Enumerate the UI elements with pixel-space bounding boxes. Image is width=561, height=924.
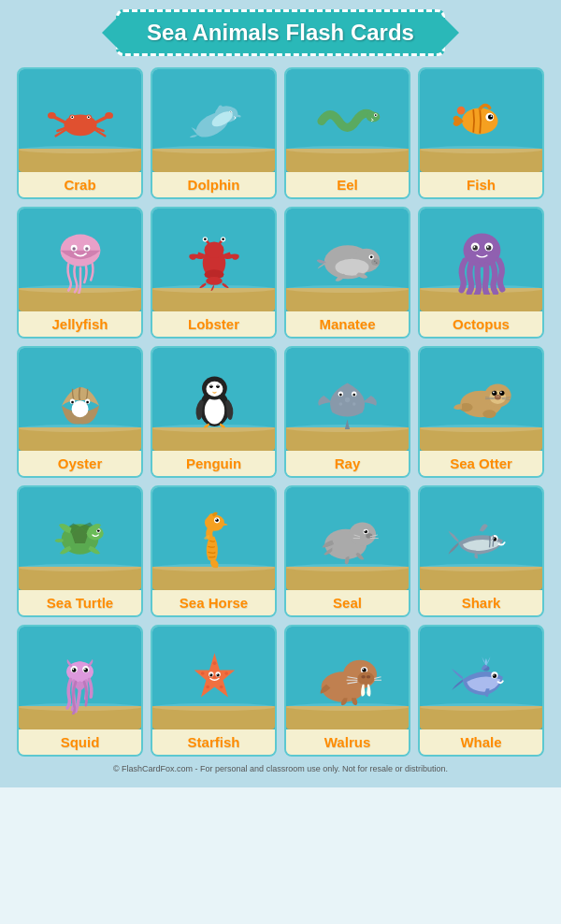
card-eel[interactable]: Eel bbox=[284, 67, 410, 199]
svg-point-160 bbox=[493, 674, 494, 675]
svg-point-82 bbox=[352, 402, 355, 406]
svg-point-57 bbox=[485, 245, 490, 250]
card-image bbox=[19, 627, 141, 729]
svg-point-144 bbox=[216, 673, 217, 674]
svg-line-9 bbox=[94, 117, 106, 123]
card-jellyfish[interactable]: Jellyfish bbox=[17, 207, 143, 339]
card-sea-otter[interactable]: Sea Otter bbox=[418, 346, 544, 478]
card-ray[interactable]: Ray bbox=[284, 346, 410, 478]
svg-point-159 bbox=[492, 673, 496, 677]
svg-point-26 bbox=[490, 115, 492, 117]
card-image bbox=[420, 487, 542, 590]
card-starfish[interactable]: Starfish bbox=[151, 625, 277, 757]
card-label: Octopus bbox=[420, 311, 542, 337]
card-seal[interactable]: Seal bbox=[284, 485, 410, 617]
svg-point-66 bbox=[86, 401, 89, 404]
card-manatee[interactable]: Manatee bbox=[284, 207, 410, 339]
svg-point-44 bbox=[206, 277, 223, 285]
card-label: Dolphin bbox=[152, 172, 275, 197]
svg-point-79 bbox=[352, 393, 355, 396]
svg-point-37 bbox=[204, 238, 207, 240]
card-fish[interactable]: Fish bbox=[418, 67, 544, 199]
page-title: Sea Animals Flash Cards bbox=[147, 20, 414, 46]
svg-point-108 bbox=[204, 514, 223, 530]
card-sea-turtle[interactable]: Sea Turtle bbox=[17, 485, 143, 617]
card-image bbox=[420, 627, 542, 729]
card-oyster[interactable]: Oyster bbox=[17, 346, 143, 478]
card-label: Fish bbox=[420, 172, 542, 197]
card-octopus[interactable]: Octopus bbox=[418, 207, 544, 339]
svg-point-135 bbox=[219, 686, 223, 689]
svg-point-32 bbox=[85, 247, 88, 250]
card-image bbox=[19, 487, 141, 590]
svg-point-22 bbox=[375, 114, 377, 116]
svg-point-6 bbox=[87, 116, 89, 118]
card-image bbox=[286, 487, 409, 590]
svg-point-149 bbox=[363, 668, 364, 669]
card-image bbox=[420, 209, 542, 311]
card-image bbox=[420, 348, 542, 451]
svg-point-116 bbox=[365, 529, 366, 530]
svg-point-76 bbox=[217, 384, 218, 385]
card-label: Penguin bbox=[152, 451, 275, 476]
svg-point-130 bbox=[72, 669, 74, 671]
card-image bbox=[19, 69, 141, 172]
card-image bbox=[19, 209, 141, 311]
svg-point-51 bbox=[375, 262, 377, 264]
svg-point-75 bbox=[210, 384, 211, 385]
card-squid[interactable]: Squid bbox=[17, 625, 143, 757]
svg-point-131 bbox=[84, 669, 86, 671]
svg-point-10 bbox=[105, 111, 113, 118]
svg-point-58 bbox=[473, 246, 475, 248]
svg-point-25 bbox=[488, 114, 493, 119]
card-label: Crab bbox=[19, 172, 141, 197]
svg-point-5 bbox=[71, 116, 73, 118]
card-image bbox=[286, 627, 409, 729]
card-label: Whale bbox=[420, 729, 542, 755]
svg-point-89 bbox=[499, 391, 504, 396]
card-label: Lobster bbox=[152, 311, 275, 337]
card-label: Squid bbox=[19, 729, 141, 755]
card-image bbox=[152, 487, 275, 590]
card-image bbox=[152, 348, 275, 451]
card-whale[interactable]: Whale bbox=[418, 625, 544, 757]
svg-point-152 bbox=[367, 674, 371, 678]
svg-point-27 bbox=[456, 107, 465, 115]
svg-point-92 bbox=[496, 396, 498, 397]
svg-point-52 bbox=[335, 259, 368, 276]
footer-text: © FlashCardFox.com - For personal and cl… bbox=[113, 764, 448, 773]
svg-point-40 bbox=[222, 238, 224, 240]
card-image bbox=[286, 69, 409, 172]
svg-point-91 bbox=[495, 395, 501, 399]
svg-point-128 bbox=[72, 668, 77, 672]
card-label: Seal bbox=[286, 590, 409, 615]
svg-point-136 bbox=[206, 686, 209, 689]
card-image bbox=[286, 348, 409, 451]
svg-point-134 bbox=[224, 671, 228, 675]
card-crab[interactable]: Crab bbox=[17, 67, 143, 199]
card-dolphin[interactable]: Dolphin bbox=[151, 67, 277, 199]
svg-point-62 bbox=[75, 404, 79, 409]
card-walrus[interactable]: Walrus bbox=[284, 625, 410, 757]
card-label: Ray bbox=[286, 451, 409, 476]
svg-point-65 bbox=[71, 401, 74, 404]
card-penguin[interactable]: Penguin bbox=[151, 346, 277, 478]
svg-point-88 bbox=[493, 392, 495, 394]
svg-point-138 bbox=[212, 675, 216, 679]
card-grid: Crab Dolphin Eel bbox=[17, 67, 544, 757]
svg-point-129 bbox=[84, 668, 89, 672]
card-lobster[interactable]: Lobster bbox=[151, 207, 277, 339]
card-image bbox=[152, 209, 275, 311]
card-label: Oyster bbox=[19, 451, 141, 476]
svg-point-83 bbox=[338, 402, 342, 406]
svg-point-150 bbox=[357, 671, 374, 685]
svg-point-117 bbox=[366, 533, 372, 538]
svg-point-70 bbox=[206, 381, 223, 396]
svg-point-68 bbox=[204, 397, 223, 424]
svg-point-143 bbox=[209, 673, 210, 674]
svg-point-151 bbox=[361, 674, 366, 678]
card-sea-horse[interactable]: Sea Horse bbox=[151, 485, 277, 617]
card-shark[interactable]: Shark bbox=[418, 485, 544, 617]
card-label: Sea Horse bbox=[152, 590, 275, 615]
svg-point-148 bbox=[362, 668, 367, 672]
